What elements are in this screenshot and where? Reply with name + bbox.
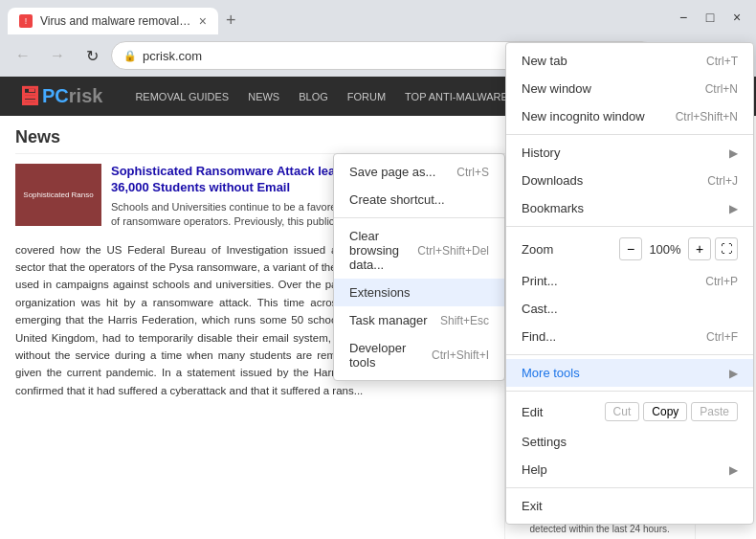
dropdown-overlay: Save page as... Ctrl+S Create shortcut..… bbox=[0, 0, 756, 539]
menu-bookmarks-label: Bookmarks bbox=[522, 201, 729, 215]
menu-new-window[interactable]: New window Ctrl+N bbox=[506, 75, 753, 102]
menu-downloads[interactable]: Downloads Ctrl+J bbox=[506, 167, 753, 194]
menu-zoom-row: Zoom − 100% + ⛶ bbox=[506, 231, 753, 267]
submenu-create-shortcut-label: Create shortcut... bbox=[349, 192, 489, 207]
zoom-expand-button[interactable]: ⛶ bbox=[715, 237, 738, 260]
submenu-divider-1 bbox=[334, 217, 504, 218]
submenu-devtools-shortcut: Ctrl+Shift+I bbox=[432, 348, 489, 362]
zoom-value: 100% bbox=[646, 242, 684, 257]
menu-new-window-label: New window bbox=[522, 81, 705, 96]
menu-divider-4 bbox=[506, 391, 753, 392]
menu-help-label: Help bbox=[522, 462, 729, 477]
zoom-plus-button[interactable]: + bbox=[688, 237, 711, 260]
menu-bookmarks-arrow: ▶ bbox=[729, 202, 738, 215]
menu-divider-2 bbox=[506, 226, 753, 227]
submenu-extensions[interactable]: Extensions bbox=[334, 279, 504, 306]
menu-help-arrow: ▶ bbox=[729, 463, 738, 477]
submenu-save-page-shortcut: Ctrl+S bbox=[456, 166, 489, 179]
menu-new-incognito-shortcut: Ctrl+Shift+N bbox=[676, 110, 738, 124]
menu-print[interactable]: Print... Ctrl+P bbox=[506, 267, 753, 295]
submenu-clear-browsing-label: Clear browsing data... bbox=[349, 229, 417, 272]
paste-button[interactable]: Paste bbox=[691, 402, 738, 421]
main-dropdown-menu: New tab Ctrl+T New window Ctrl+N New inc… bbox=[505, 42, 754, 525]
menu-cast[interactable]: Cast... bbox=[506, 295, 753, 323]
menu-exit-label: Exit bbox=[522, 499, 738, 513]
menu-divider-1 bbox=[506, 134, 753, 135]
menu-new-incognito[interactable]: New incognito window Ctrl+Shift+N bbox=[506, 102, 753, 130]
submenu-task-manager-shortcut: Shift+Esc bbox=[440, 314, 489, 327]
menu-more-tools[interactable]: More tools ▶ bbox=[506, 359, 753, 387]
menu-new-tab-shortcut: Ctrl+T bbox=[706, 55, 738, 68]
submenu-task-manager-label: Task manager bbox=[349, 313, 440, 327]
menu-new-window-shortcut: Ctrl+N bbox=[705, 82, 738, 96]
menu-cast-label: Cast... bbox=[522, 302, 738, 316]
menu-print-shortcut: Ctrl+P bbox=[705, 275, 738, 288]
submenu-task-manager[interactable]: Task manager Shift+Esc bbox=[334, 306, 504, 334]
submenu-clear-shortcut: Ctrl+Shift+Del bbox=[417, 244, 489, 258]
menu-new-incognito-label: New incognito window bbox=[522, 109, 676, 124]
submenu-devtools[interactable]: Developer tools Ctrl+Shift+I bbox=[334, 334, 504, 376]
menu-history-label: History bbox=[522, 146, 729, 160]
menu-new-tab-label: New tab bbox=[522, 54, 706, 68]
menu-bookmarks[interactable]: Bookmarks ▶ bbox=[506, 194, 753, 222]
submenu-clear-browsing[interactable]: Clear browsing data... Ctrl+Shift+Del bbox=[334, 222, 504, 279]
submenu-extensions-label: Extensions bbox=[349, 285, 489, 300]
menu-new-tab[interactable]: New tab Ctrl+T bbox=[506, 47, 753, 75]
submenu-create-shortcut[interactable]: Create shortcut... bbox=[334, 186, 504, 213]
submenu-save-page-label: Save page as... bbox=[349, 165, 456, 179]
menu-find-label: Find... bbox=[522, 329, 706, 344]
menu-settings[interactable]: Settings bbox=[506, 428, 753, 456]
menu-exit[interactable]: Exit bbox=[506, 492, 753, 520]
menu-history-arrow: ▶ bbox=[729, 146, 738, 160]
menu-more-tools-arrow: ▶ bbox=[729, 367, 738, 380]
edit-controls: Cut Copy Paste bbox=[605, 402, 738, 421]
menu-divider-5 bbox=[506, 487, 753, 488]
menu-downloads-label: Downloads bbox=[522, 173, 707, 188]
menu-edit-row: Edit Cut Copy Paste bbox=[506, 395, 753, 428]
menu-more-tools-label: More tools bbox=[522, 366, 729, 380]
menu-edit-label: Edit bbox=[522, 405, 605, 419]
menu-divider-3 bbox=[506, 354, 753, 355]
submenu-save-page[interactable]: Save page as... Ctrl+S bbox=[334, 158, 504, 186]
menu-settings-label: Settings bbox=[522, 435, 738, 449]
menu-help[interactable]: Help ▶ bbox=[506, 456, 753, 483]
zoom-controls: − 100% + ⛶ bbox=[619, 237, 738, 260]
menu-find-shortcut: Ctrl+F bbox=[706, 330, 738, 344]
menu-print-label: Print... bbox=[522, 274, 705, 288]
copy-button[interactable]: Copy bbox=[643, 402, 687, 421]
submenu-devtools-label: Developer tools bbox=[349, 341, 432, 370]
more-tools-submenu: Save page as... Ctrl+S Create shortcut..… bbox=[333, 153, 505, 381]
menu-zoom-label: Zoom bbox=[522, 242, 619, 257]
zoom-minus-button[interactable]: − bbox=[619, 237, 642, 260]
menu-downloads-shortcut: Ctrl+J bbox=[707, 174, 738, 188]
cut-button[interactable]: Cut bbox=[605, 402, 640, 421]
menu-history[interactable]: History ▶ bbox=[506, 139, 753, 167]
menu-find[interactable]: Find... Ctrl+F bbox=[506, 323, 753, 350]
